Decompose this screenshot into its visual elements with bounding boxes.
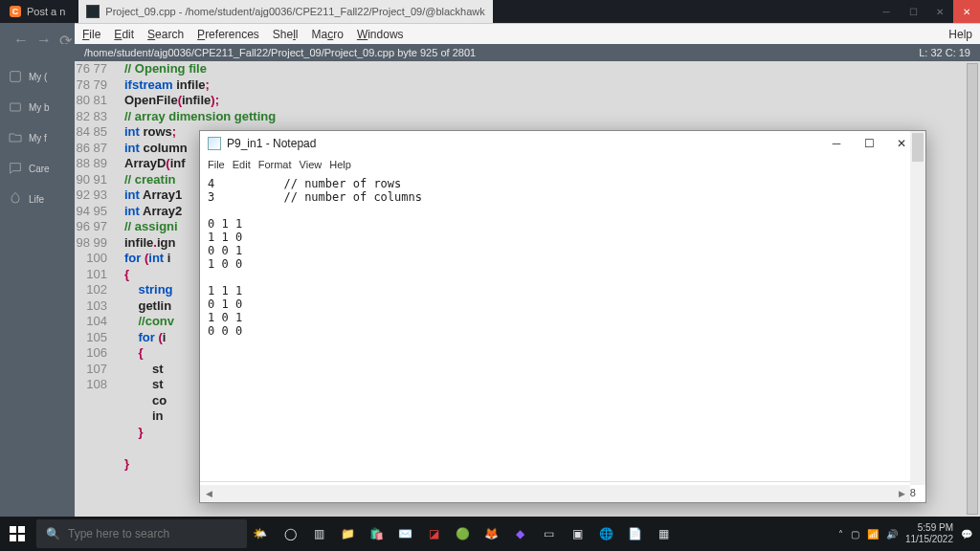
- np-menu-view[interactable]: View: [300, 159, 323, 170]
- svg-rect-3: [18, 526, 25, 533]
- file-path: /home/student/ajg0036/CPE211_Fall22/Proj…: [84, 47, 476, 58]
- editor-menu-bar: File Edit Search Preferences Shell Macro…: [75, 23, 980, 44]
- tray-volume-icon[interactable]: 🔊: [886, 529, 898, 540]
- notepad-menu: File Edit Format View Help: [200, 156, 925, 173]
- task-terminal[interactable]: ▣: [564, 520, 590, 547]
- sidebar-item-1[interactable]: My b: [0, 92, 75, 122]
- svg-rect-1: [11, 103, 21, 111]
- np-menu-edit[interactable]: Edit: [233, 159, 251, 170]
- editor-scrollbar[interactable]: [967, 63, 978, 515]
- svg-rect-5: [18, 535, 25, 541]
- task-vs[interactable]: ◆: [506, 520, 533, 547]
- tray-notifications-icon[interactable]: 💬: [961, 529, 972, 540]
- task-firefox[interactable]: 🦊: [478, 520, 504, 547]
- activity-sidebar: My ( My b My f Care Life: [0, 44, 75, 517]
- notepad-scrollbar-horizontal[interactable]: ◀▶: [200, 485, 910, 502]
- task-edge[interactable]: 🌐: [592, 520, 619, 547]
- menu-file[interactable]: File: [82, 28, 100, 41]
- svg-rect-0: [11, 72, 21, 82]
- taskbar-search[interactable]: 🔍: [36, 519, 247, 548]
- menu-edit[interactable]: Edit: [114, 28, 134, 41]
- notepad-title: P9_in1 - Notepad: [227, 137, 316, 150]
- chegg-icon: C: [10, 6, 21, 17]
- task-taskview[interactable]: ▥: [305, 520, 332, 547]
- menu-search[interactable]: Search: [147, 28, 184, 41]
- svg-rect-2: [10, 526, 16, 533]
- task-putty[interactable]: ▭: [535, 520, 562, 547]
- weather-icon: 🌤️: [253, 527, 267, 540]
- editor-window-tab[interactable]: Project_09.cpp - /home/student/ajg0036/C…: [78, 0, 492, 23]
- weather-widget[interactable]: 🌤️: [253, 527, 267, 540]
- menu-shell[interactable]: Shell: [273, 28, 299, 41]
- task-cortana[interactable]: ◯: [277, 520, 303, 547]
- menu-macro[interactable]: Macro: [312, 28, 344, 41]
- browser-tab-1[interactable]: C Post a n: [0, 0, 75, 23]
- notepad-titlebar[interactable]: P9_in1 - Notepad ─ ☐ ✕: [200, 131, 925, 156]
- sidebar-item-4[interactable]: Life: [0, 184, 75, 214]
- cursor-position: L: 32 C: 19: [919, 47, 970, 58]
- sidebar-item-2[interactable]: My f: [0, 122, 75, 153]
- tab-1-label: Post a n: [27, 6, 65, 17]
- line-gutter: 76 77 78 79 80 81 82 83 84 85 86 87 88 8…: [75, 61, 113, 393]
- notepad-icon: [208, 137, 221, 150]
- search-icon: 🔍: [46, 527, 60, 540]
- taskbar-apps: ◯ ▥ 📁 🛍️ ✉️ ◪ 🟢 🦊 ◆ ▭ ▣ 🌐 📄 ▦: [277, 520, 677, 547]
- windows-taskbar: 🔍 🌤️ ◯ ▥ 📁 🛍️ ✉️ ◪ 🟢 🦊 ◆ ▭ ▣ 🌐 📄 ▦ ˄ ▢ 📶…: [0, 517, 980, 551]
- task-mail[interactable]: ✉️: [391, 520, 418, 547]
- maximize-button[interactable]: ☐: [900, 0, 926, 23]
- task-misc[interactable]: ▦: [650, 520, 677, 547]
- taskbar-clock[interactable]: 5:59 PM 11/15/2022: [905, 522, 953, 545]
- notepad-minimize[interactable]: ─: [820, 133, 853, 154]
- task-chrome[interactable]: 🟢: [449, 520, 476, 547]
- task-todo[interactable]: ◪: [420, 520, 447, 547]
- task-explorer[interactable]: 📁: [334, 520, 361, 547]
- notepad-text-area[interactable]: 4 // number of rows 3 // number of colum…: [200, 173, 925, 481]
- editor-path-bar: /home/student/ajg0036/CPE211_Fall22/Proj…: [75, 44, 980, 61]
- tray-wifi-icon[interactable]: 📶: [867, 529, 879, 540]
- menu-prefs[interactable]: Preferences: [197, 28, 259, 41]
- search-input[interactable]: [68, 527, 221, 540]
- np-menu-file[interactable]: File: [208, 159, 225, 170]
- clock-date: 11/15/2022: [905, 534, 953, 545]
- system-tray: ˄ ▢ 📶 🔊 5:59 PM 11/15/2022 💬: [838, 522, 972, 545]
- task-notepad[interactable]: 📄: [621, 520, 648, 547]
- tray-battery-icon[interactable]: ▢: [851, 529, 859, 540]
- tab-2-label: Project_09.cpp - /home/student/ajg0036/C…: [105, 6, 484, 17]
- svg-rect-4: [10, 535, 16, 541]
- close-button[interactable]: ✕: [926, 0, 953, 23]
- notepad-scrollbar-vertical[interactable]: [910, 131, 925, 485]
- vnc-close-button[interactable]: ✕: [953, 0, 980, 23]
- vnc-window-controls: ─ ☐ ✕ ✕: [873, 0, 980, 23]
- start-button[interactable]: [0, 517, 34, 551]
- np-menu-help[interactable]: Help: [329, 159, 351, 170]
- np-menu-format[interactable]: Format: [258, 159, 292, 170]
- nedit-icon: [86, 5, 100, 18]
- minimize-button[interactable]: ─: [873, 0, 900, 23]
- menu-help[interactable]: Help: [948, 28, 972, 41]
- task-store[interactable]: 🛍️: [363, 520, 390, 547]
- notepad-window: P9_in1 - Notepad ─ ☐ ✕ File Edit Format …: [199, 130, 926, 503]
- sidebar-item-0[interactable]: My (: [0, 61, 75, 92]
- tray-chevron-icon[interactable]: ˄: [838, 529, 843, 540]
- sidebar-item-3[interactable]: Care: [0, 153, 75, 184]
- notepad-maximize[interactable]: ☐: [853, 133, 885, 154]
- clock-time: 5:59 PM: [905, 522, 953, 534]
- browser-tab-strip: C Post a n Project_09.cpp - /home/studen…: [0, 0, 980, 23]
- menu-windows[interactable]: Windows: [357, 28, 404, 41]
